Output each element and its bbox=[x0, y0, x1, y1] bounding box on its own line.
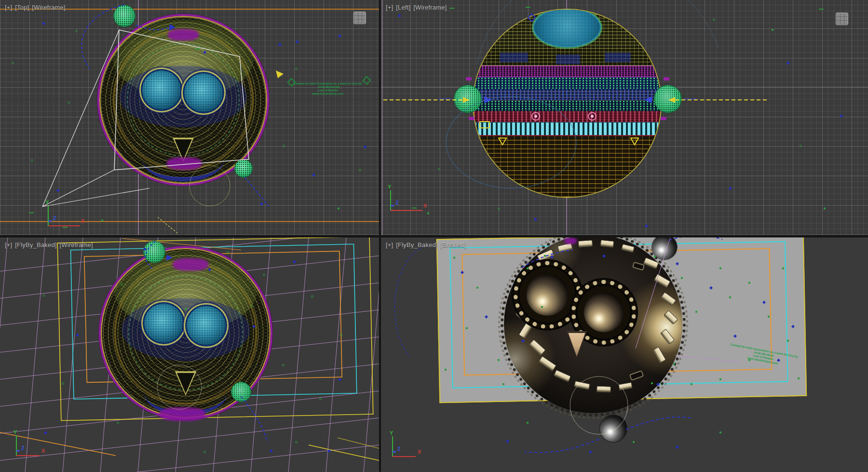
scene-scatter-dot bbox=[270, 449, 273, 453]
viewport-shading-menu[interactable]: [Shaded] bbox=[440, 241, 466, 249]
scene-scatter-dot bbox=[338, 378, 341, 381]
purple-cluster bbox=[564, 237, 577, 244]
scene-scatter-dot bbox=[295, 441, 298, 444]
glossy-sphere[interactable] bbox=[600, 415, 627, 442]
scene-scatter-dot bbox=[311, 295, 313, 298]
purple-cluster bbox=[159, 407, 205, 421]
scene-scatter-dot bbox=[676, 445, 679, 449]
axis-gizmo: Y X Z bbox=[10, 429, 54, 459]
viewport-general-menu[interactable]: [+] bbox=[386, 241, 393, 249]
axis-gizmo: Y X Z bbox=[41, 199, 86, 230]
attribution-line: Andy Murdock bbox=[292, 85, 364, 89]
axis-gizmo: Y X Z bbox=[386, 430, 430, 460]
axis-x-label: X bbox=[81, 218, 85, 224]
shaded-sphere-model[interactable] bbox=[504, 237, 682, 413]
viewport-pov-menu[interactable]: [Top] bbox=[15, 4, 29, 11]
viewport-flyby-shaded[interactable]: Created for Intel Corporation as a work … bbox=[381, 237, 868, 472]
viewport-shading-menu[interactable]: [Wireframe] bbox=[59, 241, 93, 249]
viewport-grid: Created for Intel Corporation as a work … bbox=[0, 0, 868, 472]
purple-cluster bbox=[168, 29, 199, 41]
scene-scatter-dot bbox=[117, 422, 119, 424]
viewport-general-menu[interactable]: [+] bbox=[386, 4, 393, 11]
banded-sphere-model[interactable] bbox=[473, 9, 662, 198]
scene-scatter-dot bbox=[227, 251, 229, 253]
scene-scatter-dot bbox=[62, 382, 64, 385]
scene-scatter-dot bbox=[282, 364, 285, 366]
axis-x-label: X bbox=[418, 449, 421, 455]
viewcube-icon[interactable] bbox=[836, 13, 848, 25]
scene-scatter-dot bbox=[506, 440, 509, 443]
scene-scatter-dot bbox=[719, 431, 721, 433]
axis-z-label: Z bbox=[21, 445, 25, 451]
green-sphere[interactable] bbox=[234, 159, 253, 178]
viewport-pov-menu[interactable]: [FlyBy_Baked] bbox=[15, 241, 56, 249]
viewport-label: [+] [FlyBy_Baked] [Wireframe] bbox=[5, 241, 94, 249]
viewport-general-menu[interactable]: [+] bbox=[5, 241, 12, 249]
sphere-beak bbox=[566, 331, 588, 358]
axis-x-label: X bbox=[41, 448, 45, 454]
scene-scatter-dot bbox=[589, 450, 592, 454]
axis-z-label: Z bbox=[395, 200, 399, 206]
axis-y-label: Y bbox=[390, 430, 393, 436]
attribution-line: Created for Intel Corporation as a work … bbox=[292, 82, 364, 85]
scene-scatter-dot bbox=[293, 260, 296, 264]
viewport-general-menu[interactable]: [+] bbox=[5, 4, 12, 11]
scene-scatter-dot bbox=[42, 294, 45, 297]
viewport-shading-menu[interactable]: [Wireframe] bbox=[32, 4, 65, 11]
purple-cluster bbox=[167, 157, 202, 170]
scene-scatter-dot bbox=[263, 274, 265, 276]
axis-z-label: Z bbox=[397, 446, 401, 452]
scene-scatter-dot bbox=[76, 333, 79, 337]
viewport-pov-menu[interactable]: [FlyBy_Baked] bbox=[396, 241, 437, 249]
scene-scatter-dot bbox=[203, 451, 206, 453]
sphere-eye-left bbox=[514, 261, 581, 329]
axis-x-label: X bbox=[423, 203, 427, 208]
green-sphere[interactable] bbox=[113, 5, 136, 27]
viewcube-icon[interactable] bbox=[353, 12, 366, 24]
viewport-left[interactable]: Y X Z [+] [Left] [Wireframe] bbox=[381, 0, 868, 235]
green-sphere[interactable] bbox=[231, 382, 251, 402]
viewport-flyby-wireframe[interactable]: Y X Z [+] [FlyBy_Baked] [Wireframe] bbox=[0, 237, 379, 472]
scene-scatter-dot bbox=[327, 449, 331, 453]
scene-scatter-dot bbox=[633, 441, 635, 443]
attribution-line: www.lotsofrobots.com bbox=[292, 92, 364, 96]
green-sphere[interactable] bbox=[454, 85, 482, 113]
sphere-dome-cap bbox=[533, 9, 601, 47]
scene-scatter-dot bbox=[340, 334, 342, 336]
axis-y-label: Y bbox=[14, 429, 17, 435]
green-sphere[interactable] bbox=[654, 85, 682, 113]
viewport-pov-menu[interactable]: [Left] bbox=[396, 4, 410, 11]
attribution-text: Created for Intel Corporation as a work … bbox=[292, 82, 364, 96]
viewport-top[interactable]: Created for Intel Corporation as a work … bbox=[0, 0, 379, 235]
viewport-shading-menu[interactable]: [Wireframe] bbox=[413, 4, 447, 11]
axis-y-label: Y bbox=[388, 184, 392, 190]
viewport-label: [+] [Top] [Wireframe] bbox=[5, 4, 67, 11]
axis-gizmo: Y X Z bbox=[384, 183, 428, 214]
viewport-label: [+] [FlyBy_Baked] [Shaded] bbox=[386, 241, 467, 249]
green-sphere[interactable] bbox=[143, 241, 165, 263]
purple-cluster bbox=[173, 258, 208, 271]
scene-scatter-dot bbox=[319, 398, 322, 400]
attribution-line: Lots of Robots bbox=[292, 89, 364, 92]
axis-y-label: Y bbox=[45, 199, 49, 205]
viewport-label: [+] [Left] [Wireframe] bbox=[386, 4, 448, 11]
axis-z-label: Z bbox=[53, 215, 56, 221]
scene-scatter-dot bbox=[527, 422, 529, 424]
